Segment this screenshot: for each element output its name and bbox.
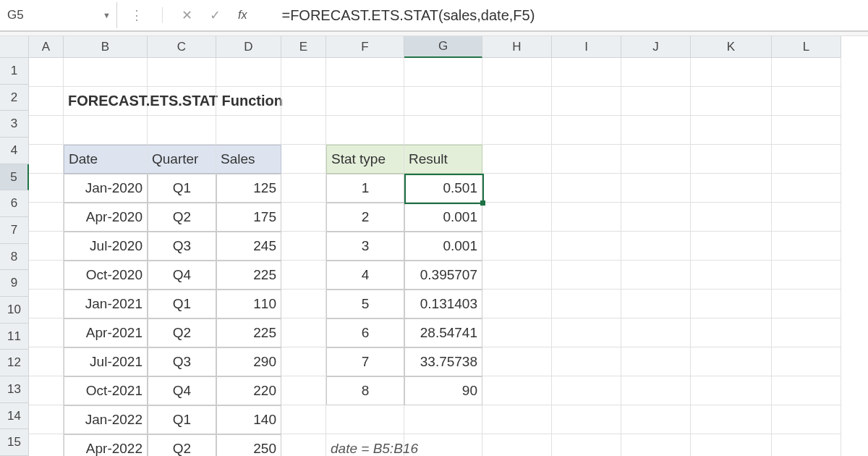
- row-header-9[interactable]: 9: [0, 270, 29, 297]
- cell-G12[interactable]: 90: [404, 376, 482, 405]
- cell-D5[interactable]: 125: [216, 174, 281, 203]
- row-header-11[interactable]: 11: [0, 324, 29, 350]
- cell-B12[interactable]: Oct-2021: [64, 376, 148, 405]
- row-header-4[interactable]: 4: [0, 138, 29, 164]
- cell-C10[interactable]: Q2: [148, 318, 216, 347]
- cell-G6[interactable]: 0.001: [404, 203, 482, 232]
- cell-H1[interactable]: [482, 58, 552, 87]
- formula-input[interactable]: =FORECAST.ETS.STAT(sales,date,F5): [260, 7, 868, 24]
- cell-J2[interactable]: [621, 87, 691, 116]
- cell-G11[interactable]: 33.75738: [404, 347, 482, 376]
- cell-G9[interactable]: 0.131403: [404, 290, 482, 318]
- cell-D8[interactable]: 225: [216, 261, 281, 290]
- row-header-13[interactable]: 13: [0, 376, 29, 403]
- cell-L2[interactable]: [772, 87, 841, 116]
- cell-C6[interactable]: Q2: [148, 203, 216, 232]
- col-header-E[interactable]: E: [281, 36, 326, 58]
- cell-B13[interactable]: Jan-2022: [64, 405, 148, 434]
- name-box-dropdown-icon[interactable]: ▼: [103, 11, 111, 20]
- cell-B8[interactable]: Oct-2020: [64, 261, 148, 290]
- cell-D7[interactable]: 245: [216, 232, 281, 261]
- row-header-5[interactable]: 5: [0, 164, 29, 191]
- cell-B9[interactable]: Jan-2021: [64, 290, 148, 318]
- col-header-D[interactable]: D: [216, 36, 281, 58]
- cell-B10[interactable]: Apr-2021: [64, 318, 148, 347]
- cell-F8[interactable]: 4: [326, 261, 404, 290]
- cell-C5[interactable]: Q1: [148, 174, 216, 203]
- cell-C1[interactable]: [148, 58, 216, 87]
- cell-F9[interactable]: 5: [326, 290, 404, 318]
- cell-C9[interactable]: Q1: [148, 290, 216, 318]
- cell-C11[interactable]: Q3: [148, 347, 216, 376]
- cell-K1[interactable]: [691, 58, 772, 87]
- col-header-I[interactable]: I: [552, 36, 621, 58]
- col-header-F[interactable]: F: [326, 36, 404, 58]
- cell-C13[interactable]: Q1: [148, 405, 216, 434]
- col-header-G[interactable]: G: [404, 36, 482, 58]
- cell-I2[interactable]: [552, 87, 621, 116]
- name-box[interactable]: G5 ▼: [0, 2, 117, 28]
- cell-G2[interactable]: [404, 87, 482, 116]
- cell-J1[interactable]: [621, 58, 691, 87]
- row-header-12[interactable]: 12: [0, 350, 29, 376]
- cell-B5[interactable]: Jan-2020: [64, 174, 148, 203]
- cell-E2[interactable]: [281, 87, 326, 116]
- cell-B1[interactable]: [64, 58, 148, 87]
- cell-G10[interactable]: 28.54741: [404, 318, 482, 347]
- cell-A2[interactable]: [29, 87, 64, 116]
- row-header-15[interactable]: 15: [0, 429, 29, 456]
- fill-handle[interactable]: [480, 200, 485, 206]
- select-all-corner[interactable]: [0, 36, 29, 58]
- enter-icon[interactable]: ✓: [210, 7, 221, 23]
- cell-E1[interactable]: [281, 58, 326, 87]
- cell-G14[interactable]: [404, 434, 482, 456]
- cell-D1[interactable]: [216, 58, 281, 87]
- cell-G8[interactable]: 0.395707: [404, 261, 482, 290]
- cell-F2[interactable]: [326, 87, 404, 116]
- cell-G7[interactable]: 0.001: [404, 232, 482, 261]
- cell-C2[interactable]: [148, 87, 216, 116]
- cell-F13[interactable]: [326, 405, 404, 434]
- cell-D6[interactable]: 175: [216, 203, 281, 232]
- cell-K2[interactable]: [691, 87, 772, 116]
- row-header-2[interactable]: 2: [0, 85, 29, 111]
- row-header-6[interactable]: 6: [0, 190, 29, 217]
- col-header-A[interactable]: A: [29, 36, 64, 58]
- cell-C8[interactable]: Q4: [148, 261, 216, 290]
- cell-F6[interactable]: 2: [326, 203, 404, 232]
- table1-header-date[interactable]: Date: [64, 145, 148, 174]
- table2-header-stattype[interactable]: Stat type: [326, 145, 404, 174]
- cell-A1[interactable]: [29, 58, 64, 87]
- cell-B7[interactable]: Jul-2020: [64, 232, 148, 261]
- page-title[interactable]: FORECAST.ETS.STAT Function: [64, 87, 148, 116]
- cell-B11[interactable]: Jul-2021: [64, 347, 148, 376]
- cell-G13[interactable]: [404, 405, 482, 434]
- col-header-K[interactable]: K: [691, 36, 772, 58]
- row-header-14[interactable]: 14: [0, 403, 29, 430]
- cell-G1[interactable]: [404, 58, 482, 87]
- table1-header-sales[interactable]: Sales: [216, 145, 281, 174]
- cell-C12[interactable]: Q4: [148, 376, 216, 405]
- col-header-J[interactable]: J: [621, 36, 691, 58]
- row-header-1[interactable]: 1: [0, 58, 29, 85]
- cell-H2[interactable]: [482, 87, 552, 116]
- cell-D12[interactable]: 220: [216, 376, 281, 405]
- cell-D9[interactable]: 110: [216, 290, 281, 318]
- row-header-8[interactable]: 8: [0, 244, 29, 271]
- cell-F14[interactable]: date = B5:B16: [326, 434, 404, 456]
- cell-F5[interactable]: 1: [326, 174, 404, 203]
- cell-D14[interactable]: 250: [216, 434, 281, 456]
- cell-B14[interactable]: Apr-2022: [64, 434, 148, 456]
- cell-D11[interactable]: 290: [216, 347, 281, 376]
- col-header-C[interactable]: C: [148, 36, 216, 58]
- cell-D2[interactable]: [216, 87, 281, 116]
- cell-I1[interactable]: [552, 58, 621, 87]
- cell-L1[interactable]: [772, 58, 841, 87]
- cell-F1[interactable]: [326, 58, 404, 87]
- row-header-3[interactable]: 3: [0, 111, 29, 138]
- cell-F12[interactable]: 8: [326, 376, 404, 405]
- fx-icon[interactable]: fx: [238, 9, 247, 22]
- col-header-L[interactable]: L: [772, 36, 841, 58]
- row-header-10[interactable]: 10: [0, 297, 29, 324]
- cancel-icon[interactable]: ✕: [182, 7, 192, 23]
